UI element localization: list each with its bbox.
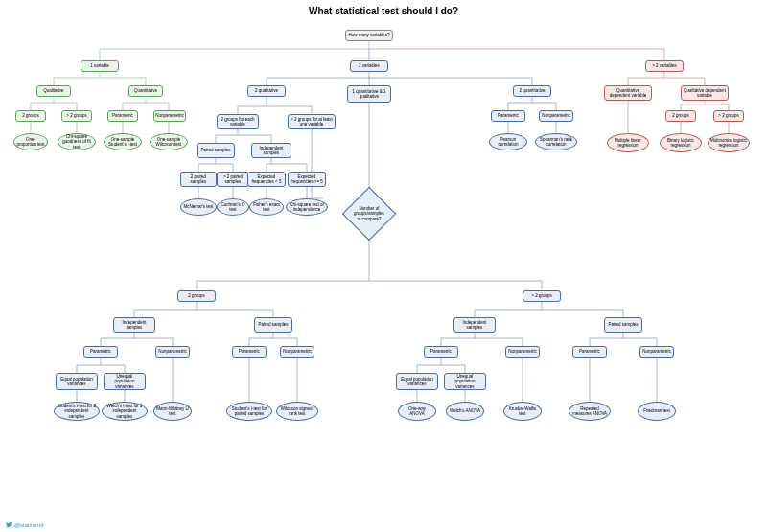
test-kruskal: Kruskal-Wallis test <box>503 402 542 421</box>
node-g2p-param: Parametric <box>232 346 267 358</box>
node-g2i-eqvar: Equal population variances <box>56 373 98 390</box>
node-2q-param: Parametric <box>491 110 525 122</box>
test-binlog: Binary logistic regression <box>660 133 702 152</box>
test-spearman: Spearman's rank correlation <box>535 133 577 150</box>
test-studentpaired: Student's t-test for paired samples <box>226 402 272 421</box>
node-root: How many variables? <box>345 30 393 41</box>
node-2qual: 2 qualitative <box>247 85 286 97</box>
test-cochran: Cochran's Q test <box>217 198 249 216</box>
node-g2-indep: Independent samples <box>113 317 155 333</box>
node-numgroups: Number of groups/samples to compare? <box>342 187 397 242</box>
node-ef-ge5: Expected frequencies >= 5 <box>288 172 326 187</box>
node-1var-quant: Quantitative <box>128 85 163 97</box>
test-multilog: Multinomial logistic regression <box>708 133 750 152</box>
node-g2-paired: Paired samples <box>254 317 292 333</box>
node-2g-each: 2 groups for each variable <box>217 114 259 129</box>
node-ggt2-indep: Independent samples <box>453 317 496 333</box>
node-gt2-quant: Quantitative dependent variable <box>604 85 652 101</box>
test-onesample-wil: One-sample Wilcoxon test <box>150 133 188 150</box>
node-ggt2p-nonparam: Nonparametric <box>639 346 674 358</box>
node-gt2ps: > 2 paired samples <box>217 172 249 187</box>
node-gt2g-atleast: > 2 groups for at least one variable <box>288 114 336 129</box>
node-g2p-nonparam: Nonparametric <box>280 346 314 358</box>
test-onesample-t: One-sample Student's t-test <box>104 133 142 150</box>
node-2q-nonparam: Nonparametric <box>539 110 573 122</box>
node-g2i-uneqvar: Unequal population variances <box>104 373 146 390</box>
test-mcnemar: McNemar's test <box>180 198 217 216</box>
node-1q1q: 1 quantitative & 1 qualitative <box>347 85 391 103</box>
test-oneprop: One-proportion test <box>13 133 48 150</box>
node-1var: 1 variable <box>81 60 119 72</box>
node-ggt2p-param: Parametric <box>572 346 607 358</box>
node-ggt2i-nonparam: Nonparametric <box>505 346 540 358</box>
node-gt2-qual: Qualitative dependent variable <box>681 85 729 101</box>
footer-handle: @statsandr <box>14 522 44 528</box>
page-title: What statistical test should I do? <box>0 0 767 22</box>
test-welch2: Welch's t-test for 2 independent samples <box>102 402 148 421</box>
node-ggt2-paired: Paired samples <box>604 317 642 333</box>
test-anova1: One-way ANOVA <box>398 402 436 421</box>
test-chisq-gof: Chi-square goodness of fit test <box>58 133 96 150</box>
node-1var-qual: Qualitative <box>36 85 71 97</box>
test-fisher: Fisher's exact test <box>249 198 284 216</box>
node-2ps: 2 paired samples <box>180 172 217 187</box>
node-gt2-gt2g: > 2 groups <box>713 110 744 122</box>
node-1var-param: Parametric <box>107 110 138 122</box>
node-gt2var: > 2 variables <box>645 60 684 72</box>
node-gt2groups: > 2 groups <box>523 290 561 302</box>
test-mlr: Multiple linear regression <box>607 133 649 152</box>
node-ggt2i-param: Parametric <box>424 346 458 358</box>
test-student2: Student's t-test for 2 independent sampl… <box>54 402 100 421</box>
test-wilcoxon-sr: Wilcoxon signed-rank test <box>276 402 318 421</box>
flowchart-canvas: How many variables? 1 variable Qualitati… <box>0 22 767 520</box>
node-1var-2g: 2 groups <box>15 110 46 122</box>
node-numgroups-label: Number of groups/samples to compare? <box>353 206 385 221</box>
node-1var-gt2g: > 2 groups <box>61 110 92 122</box>
test-pearson: Pearson correlation <box>489 133 527 150</box>
test-friedman: Friedman test <box>638 402 676 421</box>
test-mannwhit: Mann-Whitney U test <box>153 402 192 421</box>
node-ggt2i-uneqvar: Unequal population variances <box>444 373 486 390</box>
node-1var-nonparam: Nonparametric <box>153 110 186 122</box>
node-ef-lt5: Expected frequencies < 5 <box>247 172 286 187</box>
test-rmanova: Repeated measures ANOVA <box>569 402 611 421</box>
node-2quant: 2 quantitative <box>513 85 551 97</box>
node-g2i-param: Parametric <box>83 346 118 358</box>
test-chisq-ind: Chi-square test of independence <box>286 198 328 216</box>
node-2groups: 2 groups <box>177 290 216 302</box>
twitter-icon <box>6 521 12 528</box>
test-welch-anova: Welch's ANOVA <box>446 402 484 421</box>
node-paired: Paired samples <box>197 143 235 158</box>
node-gt2-2g: 2 groups <box>665 110 696 122</box>
footer-attribution: @statsandr <box>6 521 44 528</box>
node-g2i-nonparam: Nonparametric <box>155 346 190 358</box>
node-indep: Independent samples <box>251 143 291 158</box>
node-2var: 2 variables <box>350 60 388 72</box>
node-ggt2i-eqvar: Equal population variances <box>396 373 438 390</box>
